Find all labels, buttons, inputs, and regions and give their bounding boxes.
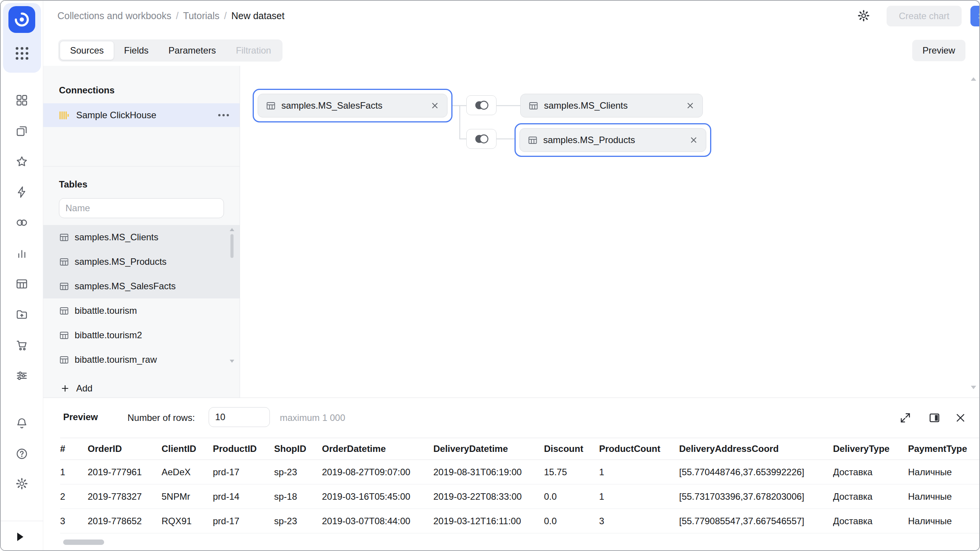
remove-node-icon[interactable]	[686, 101, 695, 110]
cell: 1	[599, 484, 679, 509]
add-table-button[interactable]: Add	[60, 379, 93, 398]
collapse-sidebar-icon[interactable]	[17, 533, 23, 541]
dataset-tabs: Sources Fields Parameters Filtration	[58, 39, 283, 62]
save-button[interactable]: Save	[970, 6, 980, 26]
connections-title: Connections	[59, 85, 114, 96]
join-type-button[interactable]	[466, 129, 497, 149]
list-scroll-down-icon[interactable]	[230, 360, 234, 363]
datalens-swirl-icon	[13, 11, 30, 28]
node-ms-salesfacts[interactable]: samples.MS_SalesFacts	[258, 94, 448, 117]
column-header: OrderID	[88, 438, 162, 460]
table-header-row: # OrderID ClientID ProductID ShopID Orde…	[60, 438, 979, 460]
cell: 2	[60, 484, 88, 509]
column-header: DeliveryType	[833, 438, 908, 460]
cell: sp-23	[274, 460, 322, 484]
table-row: 3 2019-778652 RQX91 prd-17 sp-23 2019-03…	[60, 509, 979, 533]
dashboards-icon[interactable]	[13, 91, 31, 109]
left-rail	[1, 1, 43, 550]
canvas-scroll-down-icon[interactable]	[971, 386, 976, 389]
preview-toggle-button[interactable]: Preview	[912, 40, 965, 61]
cell: 2019-03-22T08:33:00	[433, 484, 544, 509]
dataset-settings-gear-icon[interactable]	[857, 9, 870, 22]
cell: 2019-778327	[88, 484, 162, 509]
table-list-item[interactable]: samples.MS_Products	[43, 249, 240, 274]
table-icon	[59, 257, 69, 267]
node-selection-outline: samples.MS_Products	[514, 123, 711, 157]
expand-preview-icon[interactable]	[899, 412, 911, 424]
rows-count-input[interactable]	[209, 407, 270, 427]
table-list-item[interactable]: samples.MS_SalesFacts	[43, 274, 240, 298]
tab-filtration[interactable]: Filtration	[226, 41, 281, 60]
collections-icon[interactable]	[13, 122, 31, 140]
join-type-button[interactable]	[466, 95, 497, 115]
cell: 3	[60, 509, 88, 533]
table-list-item[interactable]: bibattle.tourism	[43, 298, 240, 323]
remove-node-icon[interactable]	[430, 101, 439, 110]
add-label: Add	[76, 383, 93, 394]
list-scroll-up-icon[interactable]	[230, 228, 234, 231]
column-header: ProductID	[213, 438, 274, 460]
storage-folder-icon[interactable]	[13, 305, 31, 324]
close-preview-icon[interactable]	[954, 412, 967, 424]
node-ms-products[interactable]: samples.MS_Products	[519, 128, 706, 152]
cell: sp-23	[274, 509, 322, 533]
marketplace-cart-icon[interactable]	[13, 336, 31, 354]
help-icon[interactable]	[13, 445, 31, 463]
column-header: ProductCount	[599, 438, 679, 460]
tab-sources[interactable]: Sources	[60, 41, 114, 60]
cell: 2019-08-31T06:19:00	[433, 460, 544, 484]
connections-rings-icon[interactable]	[13, 214, 31, 232]
table-icon	[59, 330, 69, 341]
preview-layout-icon[interactable]	[928, 412, 941, 424]
app-window: Collections and workbooks / Tutorials / …	[0, 0, 980, 551]
cell: 5NPMr	[162, 484, 213, 509]
panel-divider	[43, 166, 240, 166]
table-row: 2 2019-778327 5NPMr prd-14 sp-18 2019-03…	[60, 484, 979, 509]
notifications-bell-icon[interactable]	[13, 414, 31, 432]
horizontal-scrollbar[interactable]	[63, 540, 104, 545]
cell: prd-17	[213, 460, 274, 484]
more-options-icon[interactable]	[218, 114, 229, 116]
table-list-item[interactable]: samples.MS_Clients	[43, 225, 240, 249]
datalens-logo[interactable]	[8, 6, 35, 33]
services-sliders-icon[interactable]	[13, 367, 31, 385]
preview-title: Preview	[63, 412, 98, 422]
create-chart-button[interactable]: Create chart	[887, 6, 962, 26]
breadcrumb-collections[interactable]: Collections and workbooks	[57, 10, 171, 21]
table-icon	[528, 101, 539, 111]
charts-icon[interactable]	[13, 244, 31, 262]
table-name: samples.MS_Products	[75, 256, 167, 267]
column-header: DeliveryDatetime	[433, 438, 544, 460]
tab-fields[interactable]: Fields	[114, 41, 158, 60]
table-search-input[interactable]	[59, 198, 224, 218]
table-list-item[interactable]: bibattle.tourism2	[43, 323, 240, 347]
favorites-star-icon[interactable]	[13, 152, 31, 171]
node-label: samples.MS_Clients	[544, 100, 628, 111]
table-name: samples.MS_SalesFacts	[75, 281, 176, 292]
table-list-item[interactable]: bibattle.tourism_raw	[43, 347, 240, 372]
datasets-table-icon[interactable]	[13, 275, 31, 293]
table-icon	[528, 135, 538, 145]
cell: 2019-777961	[88, 460, 162, 484]
cell: 0.0	[544, 484, 599, 509]
lightning-icon[interactable]	[13, 183, 31, 201]
column-header: PaymentType	[908, 438, 979, 460]
table-icon	[59, 232, 69, 243]
connection-item-sample-clickhouse[interactable]: Sample ClickHouse	[43, 103, 240, 127]
cell: prd-17	[213, 509, 274, 533]
canvas-scroll-up-icon[interactable]	[971, 77, 976, 81]
top-header: Collections and workbooks / Tutorials / …	[43, 1, 979, 31]
tab-parameters[interactable]: Parameters	[158, 41, 226, 60]
apps-grid-icon[interactable]	[13, 44, 31, 62]
node-ms-clients[interactable]: samples.MS_Clients	[520, 94, 703, 117]
settings-gear-icon[interactable]	[13, 474, 31, 493]
sources-side-panel: Connections Sample ClickHouse Tables sam…	[43, 66, 240, 398]
remove-node-icon[interactable]	[689, 135, 698, 145]
column-header: Discount	[544, 438, 599, 460]
breadcrumb-tutorials[interactable]: Tutorials	[183, 10, 219, 21]
table-name: samples.MS_Clients	[75, 232, 158, 243]
node-selection-outline: samples.MS_SalesFacts	[253, 89, 452, 122]
cell: [55.731703396,37.678203006]	[679, 484, 833, 509]
join-canvas[interactable]: samples.MS_SalesFacts samples.MS_Clients…	[240, 66, 979, 398]
list-scrollbar[interactable]	[230, 234, 234, 258]
